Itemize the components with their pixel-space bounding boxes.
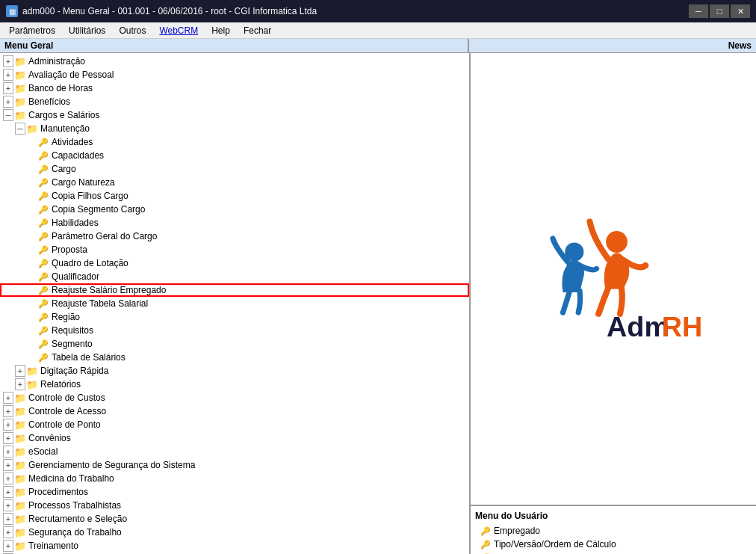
- menu-tree[interactable]: +📁Administração+📁Avaliação de Pessoal+📁B…: [0, 53, 469, 554]
- expand-icon-gerenciamento-seguranca[interactable]: +: [3, 459, 13, 471]
- expand-icon-avaliacao[interactable]: +: [3, 69, 13, 81]
- right-panel: Adm RH Menu do Usuário 🔑 Empregado 🔑 Tip…: [471, 53, 756, 554]
- tree-label-requisitos: Requisitos: [52, 325, 93, 336]
- tree-item-reajuste-tabela[interactable]: 🔑Reajuste Tabela Salarial: [0, 297, 469, 310]
- expand-icon-controle-custos[interactable]: +: [3, 392, 13, 404]
- expand-icon-recrutamento-selecao[interactable]: +: [3, 513, 13, 525]
- tree-item-copia-filhos-cargo[interactable]: 🔑Copia Filhos Cargo: [0, 189, 469, 203]
- tree-item-procedimentos[interactable]: +📁Procedimentos: [0, 485, 469, 499]
- tree-item-reajuste-salario[interactable]: 🔑Reajuste Salário Empregado: [0, 283, 469, 297]
- tree-label-relatorios: Relatórios: [40, 379, 81, 390]
- expand-icon-banco-horas[interactable]: +: [3, 82, 13, 94]
- user-menu-empregado[interactable]: 🔑 Empregado: [478, 524, 752, 538]
- menu-fechar[interactable]: Fechar: [238, 24, 277, 37]
- tree-label-processos-trabalhistas: Processos Trabalhistas: [28, 500, 121, 511]
- tree-item-atividades[interactable]: 🔑Atividades: [0, 135, 469, 149]
- tree-item-requisitos[interactable]: 🔑Requisitos: [0, 324, 469, 337]
- tree-item-beneficios[interactable]: +📁Benefícios: [0, 95, 469, 108]
- menu-webcrm[interactable]: WebCRM: [153, 24, 204, 37]
- menu-outros[interactable]: Outros: [113, 24, 152, 37]
- tree-item-esocial[interactable]: +📁eSocial: [0, 445, 469, 458]
- tree-item-copia-segmento-cargo[interactable]: 🔑Copia Segmento Cargo: [0, 203, 469, 216]
- doc-icon-cargo: 🔑: [37, 163, 49, 175]
- expand-icon-treinamento[interactable]: +: [3, 540, 13, 552]
- user-menu-editor[interactable]: 🔑 Editor: [478, 551, 752, 554]
- expand-icon-administracao[interactable]: +: [3, 55, 13, 67]
- tree-item-qualificador[interactable]: 🔑Qualificador: [0, 270, 469, 283]
- tree-item-relatorios[interactable]: +📁Relatórios: [0, 378, 469, 391]
- tree-item-treinamento[interactable]: +📁Treinamento: [0, 539, 469, 553]
- tree-label-gerenciamento-seguranca: Gerenciamento de Segurança do Sistema: [28, 460, 195, 470]
- expand-icon-seguranca-trabalho[interactable]: +: [3, 526, 13, 538]
- tree-label-proposta: Proposta: [52, 244, 87, 255]
- doc-icon-habilidades: 🔑: [37, 217, 49, 229]
- folder-icon-gerenciamento-seguranca: 📁: [14, 459, 26, 471]
- tree-item-controle-ponto[interactable]: +📁Controle de Ponto: [0, 418, 469, 431]
- tree-item-cargo[interactable]: 🔑Cargo: [0, 162, 469, 176]
- tree-item-quadro-lotacao[interactable]: 🔑Quadro de Lotação: [0, 256, 469, 270]
- menu-help[interactable]: Help: [205, 24, 236, 37]
- doc-icon-reajuste-salario: 🔑: [37, 284, 49, 296]
- svg-text:RH: RH: [662, 311, 703, 342]
- expand-icon-processos-trabalhistas[interactable]: +: [3, 499, 13, 511]
- tree-label-beneficios: Benefícios: [28, 96, 70, 107]
- expand-icon-digitacao-rapida[interactable]: +: [15, 365, 25, 377]
- tree-item-seguranca-trabalho[interactable]: +📁Segurança do Trabalho: [0, 526, 469, 539]
- tree-item-processos-trabalhistas[interactable]: +📁Processos Trabalhistas: [0, 499, 469, 512]
- tree-item-gerenciamento-seguranca[interactable]: +📁Gerenciamento de Segurança do Sistema: [0, 458, 469, 472]
- window-title: adm000 - Menu Geral - 001.001 - 06/06/20…: [22, 6, 317, 16]
- tree-item-cargo-natureza[interactable]: 🔑Cargo Natureza: [0, 176, 469, 189]
- minimize-button[interactable]: ─: [689, 4, 708, 18]
- expand-icon-procedimentos[interactable]: +: [3, 486, 13, 498]
- user-menu-tipo-versao[interactable]: 🔑 Tipo/Versão/Ordem de Cálculo: [478, 538, 752, 551]
- folder-icon-processos-trabalhistas: 📁: [14, 499, 26, 511]
- tree-label-qualificador: Qualificador: [52, 271, 99, 282]
- doc-icon-qualificador: 🔑: [37, 271, 49, 283]
- tree-item-controle-custos[interactable]: +📁Controle de Custos: [0, 391, 469, 404]
- tree-item-cargos-salarios[interactable]: ─📁Cargos e Salários: [0, 108, 469, 122]
- menu-utilitarios[interactable]: Utilitários: [63, 24, 111, 37]
- tree-item-controle-acesso[interactable]: +📁Controle de Acesso: [0, 404, 469, 418]
- expand-icon-beneficios[interactable]: +: [3, 96, 13, 108]
- panel-headers: Menu Geral News: [0, 39, 756, 53]
- tree-label-controle-acesso: Controle de Acesso: [28, 406, 106, 416]
- tree-item-recrutamento-selecao[interactable]: +📁Recrutamento e Seleção: [0, 512, 469, 526]
- tree-item-convenios[interactable]: +📁Convênios: [0, 431, 469, 445]
- tree-label-copia-filhos-cargo: Copia Filhos Cargo: [52, 191, 128, 201]
- tree-item-habilidades[interactable]: 🔑Habilidades: [0, 216, 469, 230]
- left-panel: +📁Administração+📁Avaliação de Pessoal+📁B…: [0, 53, 471, 554]
- close-button[interactable]: ✕: [731, 4, 750, 18]
- expand-icon-convenios[interactable]: +: [3, 432, 13, 444]
- tree-item-medicina-trabalho[interactable]: +📁Medicina do Trabalho: [0, 472, 469, 485]
- tree-item-proposta[interactable]: 🔑Proposta: [0, 243, 469, 256]
- tree-item-capacidades[interactable]: 🔑Capacidades: [0, 149, 469, 162]
- tree-item-digitacao-rapida[interactable]: +📁Digitação Rápida: [0, 364, 469, 378]
- tree-item-banco-horas[interactable]: +📁Banco de Horas: [0, 81, 469, 95]
- logo-area: Adm RH: [471, 53, 756, 505]
- expand-icon-manutencao[interactable]: ─: [15, 123, 25, 135]
- doc-icon-segmento: 🔑: [37, 338, 49, 350]
- expand-icon-medicina-trabalho[interactable]: +: [3, 473, 13, 484]
- tree-item-segmento[interactable]: 🔑Segmento: [0, 337, 469, 351]
- expand-icon-cargos-salarios[interactable]: ─: [3, 109, 13, 121]
- tree-label-procedimentos: Procedimentos: [28, 487, 88, 497]
- tree-item-avaliacao[interactable]: +📁Avaliação de Pessoal: [0, 68, 469, 81]
- tree-label-digitacao-rapida: Digitação Rápida: [40, 366, 108, 376]
- tree-item-parametro-geral-cargo[interactable]: 🔑Parâmetro Geral do Cargo: [0, 230, 469, 243]
- tree-item-regiao[interactable]: 🔑Região: [0, 310, 469, 324]
- menu-parametros[interactable]: Parâmetros: [3, 24, 61, 37]
- expand-icon-controle-acesso[interactable]: +: [3, 405, 13, 417]
- maximize-button[interactable]: □: [710, 4, 729, 18]
- expand-icon-esocial[interactable]: +: [3, 446, 13, 458]
- tree-label-tabela-salarios: Tabela de Salários: [52, 352, 126, 363]
- tree-item-administracao[interactable]: +📁Administração: [0, 55, 469, 68]
- tree-item-tabela-salarios[interactable]: 🔑Tabela de Salários: [0, 351, 469, 364]
- tree-item-manutencao[interactable]: ─📁Manutenção: [0, 122, 469, 135]
- expand-icon-relatorios[interactable]: +: [15, 378, 25, 390]
- folder-icon-administracao: 📁: [14, 55, 26, 67]
- content-area: +📁Administração+📁Avaliação de Pessoal+📁B…: [0, 53, 756, 554]
- folder-icon-controle-custos: 📁: [14, 392, 26, 404]
- user-menu-items: 🔑 Empregado 🔑 Tipo/Versão/Ordem de Cálcu…: [475, 524, 752, 554]
- doc-icon-copia-filhos-cargo: 🔑: [37, 190, 49, 202]
- expand-icon-controle-ponto[interactable]: +: [3, 419, 13, 431]
